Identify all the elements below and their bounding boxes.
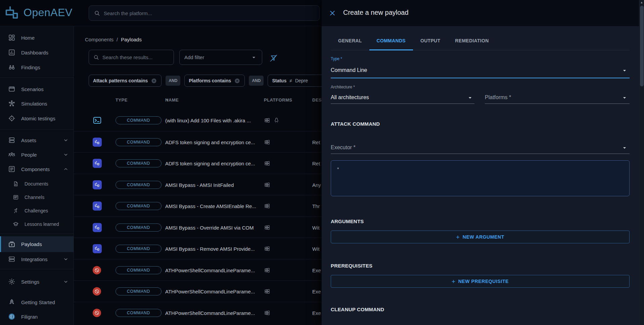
sidebar-item-label: Challenges [25, 208, 48, 213]
app-root: OpenAEV Home Dashboards Findings Scenari… [0, 0, 644, 325]
payload-description: Wit [312, 225, 320, 230]
executor-select-label[interactable]: Executor * [331, 145, 356, 151]
sidebar-item-payloads[interactable]: Payloads [0, 236, 74, 252]
sidebar-item-assets[interactable]: Assets [0, 133, 74, 147]
app-logo[interactable]: OpenAEV [4, 5, 73, 20]
chevron-down-icon[interactable] [467, 94, 473, 101]
chevron-down-icon[interactable] [63, 256, 69, 262]
drawer-tabs: GENERAL COMMANDS OUTPUT REMEDIATION [331, 31, 630, 50]
sidebar-item-label: Home [21, 35, 35, 41]
platforms-cell [264, 139, 270, 145]
new-argument-label: NEW ARGUMENT [463, 234, 504, 240]
filter-chip-attack-patterns[interactable]: Attack patterns contains [89, 75, 162, 87]
results-search-input[interactable] [102, 54, 170, 60]
sidebar-item-challenges[interactable]: Challenges [0, 204, 74, 217]
windows-icon [264, 288, 270, 294]
sidebar-item-label: Getting Started [21, 299, 55, 305]
sidebar-item-dashboards[interactable]: Dashboards [0, 46, 74, 59]
sidebar-item-channels[interactable]: Channels [0, 191, 74, 204]
payload-logo-icon [93, 223, 102, 232]
attack-command-editor[interactable]: * [331, 160, 630, 196]
chevron-down-icon[interactable] [621, 67, 628, 74]
clear-filters-icon[interactable] [269, 54, 278, 63]
sidebar-item-label: Findings [21, 65, 40, 70]
remove-filter-icon[interactable] [151, 78, 157, 84]
sidebar-item-settings[interactable]: Settings [0, 275, 74, 288]
scroll-up-icon[interactable]: ▲ [639, 1, 644, 4]
architecture-field-label: Architecture * [331, 85, 355, 89]
drawer-header: Create a new payload [322, 0, 644, 26]
breadcrumb-current: Payloads [121, 37, 142, 42]
sidebar-item-scenarios[interactable]: Scenarios [0, 82, 74, 96]
scrollbar[interactable]: ▲ [639, 0, 644, 325]
chevron-down-icon[interactable] [621, 145, 628, 151]
new-prerequisite-label: NEW PREREQUISITE [458, 279, 509, 284]
sidebar-item-simulations[interactable]: Simulations [0, 97, 74, 110]
tab-output[interactable]: OUTPUT [413, 31, 448, 50]
sidebar-item-documents[interactable]: Documents [0, 177, 74, 191]
type-select-underline [331, 78, 630, 78]
sidebar-item-people[interactable]: People [0, 148, 74, 161]
app-logo-text: OpenAEV [24, 6, 73, 19]
architecture-select-value[interactable]: All architectures [331, 94, 369, 100]
rocket-icon [8, 298, 15, 306]
global-search[interactable] [89, 5, 320, 21]
platforms-select-label[interactable]: Platforms * [485, 94, 511, 100]
windows-icon [264, 224, 270, 231]
sidebar-item-findings[interactable]: Findings [0, 60, 74, 74]
payload-description: Exe [312, 267, 321, 273]
sidebar: Home Dashboards Findings Scenarios Simul… [0, 26, 74, 325]
tab-commands[interactable]: COMMANDS [369, 31, 413, 50]
payload-box-icon [8, 241, 15, 248]
chevron-up-icon[interactable] [63, 166, 69, 172]
type-badge: COMMAND [116, 138, 162, 146]
sidebar-item-label: People [21, 152, 37, 158]
tab-remediation[interactable]: REMEDIATION [448, 31, 496, 50]
breadcrumb: Components / Payloads [85, 37, 142, 42]
type-select-value[interactable]: Command Line [331, 67, 367, 73]
payload-name: (with linux) Add 100 Files with .akira .… [165, 118, 251, 123]
tab-general[interactable]: GENERAL [331, 31, 369, 50]
sidebar-item-label: Dashboards [21, 50, 48, 55]
gear-icon [8, 278, 15, 285]
chevron-down-icon[interactable] [621, 94, 628, 101]
scrollbar-thumb[interactable] [640, 6, 644, 86]
remove-filter-icon[interactable] [234, 78, 240, 84]
sidebar-item-lessons-learned[interactable]: Lessons learned [0, 217, 74, 231]
sidebar-item-atomic-testings[interactable]: Atomic testings [0, 112, 74, 125]
terminal-icon [93, 116, 102, 125]
blocked-icon [93, 309, 101, 317]
results-search[interactable] [89, 50, 174, 65]
drawer-title: Create a new payload [343, 9, 409, 16]
close-icon[interactable] [329, 10, 336, 16]
sidebar-item-filigran[interactable]: Filigran [0, 310, 74, 323]
new-argument-button[interactable]: + NEW ARGUMENT [331, 231, 630, 243]
new-prerequisite-button[interactable]: + NEW PREREQUISITE [331, 275, 630, 288]
home-grid-icon [8, 34, 15, 41]
windows-icon [264, 203, 270, 209]
chevron-down-icon[interactable] [63, 137, 69, 143]
column-header-name[interactable]: NAME [165, 97, 170, 102]
sidebar-item-label: Settings [21, 279, 39, 285]
sidebar-item-components[interactable]: Components [0, 162, 74, 176]
column-header-description[interactable]: DES [312, 97, 322, 103]
payload-logo-icon [93, 159, 102, 168]
type-badge: COMMAND [116, 309, 162, 317]
sidebar-item-home[interactable]: Home [0, 31, 74, 44]
global-search-input[interactable] [104, 10, 315, 16]
filter-chip-platforms[interactable]: Platforms contains [184, 75, 245, 87]
type-badge: COMMAND [116, 266, 162, 274]
breadcrumb-parent[interactable]: Components [85, 37, 113, 42]
payload-description: Wit [312, 246, 320, 251]
column-header-platforms[interactable]: PLATFORMS [264, 97, 292, 103]
platforms-cell [264, 288, 270, 294]
filter-chips-row: Attack patterns contains AND Platforms c… [89, 75, 328, 87]
add-filter-dropdown[interactable]: Add filter [179, 50, 262, 65]
payload-logo-icon [93, 244, 102, 253]
sidebar-item-integrations[interactable]: Integrations [0, 252, 74, 266]
chevron-down-icon[interactable] [63, 279, 69, 285]
chevron-down-icon[interactable] [63, 152, 69, 158]
filter-chip-status[interactable]: Status ≠ Depre [268, 75, 328, 87]
sidebar-item-getting-started[interactable]: Getting Started [0, 295, 74, 309]
column-header-type[interactable]: TYPE [116, 97, 128, 103]
